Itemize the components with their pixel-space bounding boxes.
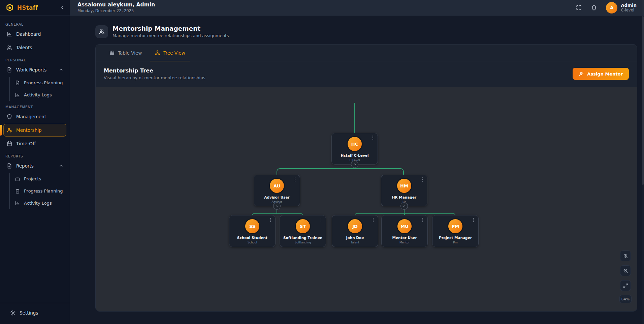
- node-menu-icon[interactable]: [293, 177, 297, 182]
- sidebar-item-reports[interactable]: Reports: [3, 159, 66, 172]
- shield-icon: [6, 114, 12, 120]
- chevron-left-icon[interactable]: [60, 5, 65, 10]
- zoom-out-icon[interactable]: [620, 265, 631, 276]
- node-name: Project Manager: [432, 236, 478, 240]
- collapse-toggle-icon[interactable]: [351, 160, 358, 168]
- node-menu-icon[interactable]: [371, 136, 375, 140]
- tab-label: Tree View: [163, 50, 185, 56]
- sidebar-item-work-reports[interactable]: Work Reports: [3, 63, 66, 76]
- node-role: Talent: [332, 241, 378, 244]
- scrollbar-thumb[interactable]: [642, 16, 644, 185]
- sidebar-item-mentorship[interactable]: Mentorship: [3, 124, 66, 137]
- connector-au-stem: [277, 210, 277, 213]
- node-name: John Doe: [332, 236, 378, 240]
- sidebar-item-label: Mentorship: [16, 127, 42, 133]
- node-avatar: JD: [348, 219, 362, 233]
- node-menu-icon[interactable]: [420, 218, 425, 222]
- scrollbar[interactable]: [642, 0, 644, 324]
- sidebar-item-progress-planning[interactable]: Progress Planning: [12, 77, 67, 89]
- node-avatar: MU: [397, 219, 412, 233]
- tree-node-john-doe[interactable]: JD John Doe Talent: [332, 215, 378, 247]
- page-subtitle: Manage mentor-mentee relationships and a…: [112, 33, 229, 38]
- tab-label: Table View: [118, 50, 142, 56]
- sidebar-item-label: Settings: [20, 310, 38, 316]
- node-avatar: AU: [270, 179, 284, 193]
- node-menu-icon[interactable]: [371, 218, 376, 222]
- gear-icon: [10, 310, 16, 316]
- mentorship-card: Table View Tree View Mentorship Tree Vis…: [95, 44, 637, 312]
- sidebar-item-activity-logs-2[interactable]: Activity Logs: [12, 197, 67, 209]
- section-label: MANAGEMENT: [5, 105, 64, 109]
- sidebar-item-settings[interactable]: Settings: [7, 306, 63, 319]
- user-gear-icon: [6, 127, 12, 133]
- node-menu-icon[interactable]: [319, 218, 323, 222]
- tabbar: Table View Tree View: [96, 45, 637, 61]
- user-name: Admin: [621, 3, 637, 8]
- tree-node-hstaff-c-level[interactable]: HC Hstaff C-Level C Level: [331, 133, 378, 165]
- zoom-in-icon[interactable]: [620, 251, 631, 261]
- tab-table-view[interactable]: Table View: [104, 45, 147, 61]
- node-name: Mentor User: [382, 236, 427, 240]
- file-bar-chart-icon: [6, 163, 12, 169]
- connector-root-stem: [354, 103, 355, 133]
- fullscreen-icon[interactable]: [576, 4, 582, 11]
- node-role: School: [229, 241, 275, 244]
- section-title: Mentorship Tree: [104, 67, 205, 74]
- node-menu-icon[interactable]: [268, 218, 273, 222]
- connector-bracket-root: [277, 168, 404, 175]
- sidebar-item-dashboard[interactable]: Dashboard: [3, 28, 66, 40]
- collapse-toggle-icon[interactable]: [273, 202, 281, 210]
- file-text-icon: [6, 67, 12, 73]
- sidebar: HStaff GENERAL Dashboard Talents PERSONA…: [0, 0, 70, 324]
- date-text: Monday, December 22, 2025: [77, 9, 155, 13]
- node-role: Softlanding: [280, 241, 326, 244]
- tab-tree-view[interactable]: Tree View: [150, 45, 190, 61]
- expand-icon[interactable]: [620, 280, 631, 291]
- bar-chart-icon: [15, 92, 20, 98]
- sidebar-item-label: Work Reports: [16, 67, 46, 72]
- bar-chart-icon: [15, 201, 20, 206]
- sidebar-item-projects[interactable]: Projects: [12, 173, 67, 185]
- tree-node-school-student[interactable]: SS School Student School: [229, 215, 276, 247]
- collapse-toggle-icon[interactable]: [400, 202, 408, 210]
- bar-chart-icon: [6, 31, 12, 37]
- node-menu-icon[interactable]: [420, 177, 425, 182]
- section-header: Mentorship Tree Visual hierarchy of ment…: [96, 61, 637, 87]
- node-role: Mentor: [382, 241, 427, 244]
- greeting-block: Assalomu aleykum, Admin Monday, December…: [77, 2, 155, 13]
- user-role: C-level: [621, 8, 637, 12]
- node-avatar: HM: [397, 179, 411, 193]
- tree-node-project-manager[interactable]: PM Project Manager Pm: [432, 215, 479, 247]
- sidebar-item-progress-planning-2[interactable]: Progress Planning: [12, 185, 67, 197]
- sidebar-item-talents[interactable]: Talents: [3, 41, 66, 54]
- zoom-controls: 64%: [619, 251, 632, 303]
- node-role: Pm: [432, 241, 478, 244]
- sidebar-nav: GENERAL Dashboard Talents PERSONAL Work …: [0, 16, 70, 303]
- node-menu-icon[interactable]: [471, 218, 476, 222]
- greeting-text: Assalomu aleykum, Admin: [77, 2, 155, 8]
- page-title: Mentorship Management: [112, 25, 229, 32]
- page-header: Mentorship Management Manage mentor-ment…: [95, 25, 638, 38]
- bell-icon[interactable]: [591, 4, 597, 11]
- chevron-up-icon: [59, 68, 63, 72]
- sidebar-item-time-off[interactable]: Time-Off: [3, 137, 66, 150]
- avatar: A: [606, 2, 617, 13]
- sidebar-item-label: Reports: [16, 163, 34, 169]
- sidebar-item-activity-logs[interactable]: Activity Logs: [12, 89, 67, 101]
- section-label: GENERAL: [5, 22, 64, 26]
- zoom-level-badge: 64%: [619, 295, 632, 303]
- tree-node-advisor-user[interactable]: AU Advisor User Advisor: [254, 175, 300, 206]
- assign-mentor-button[interactable]: Assign Mentor: [573, 68, 629, 80]
- node-avatar: ST: [296, 219, 310, 233]
- sidebar-item-management[interactable]: Management: [3, 110, 66, 123]
- section-label: REPORTS: [5, 154, 64, 158]
- tree-canvas[interactable]: HC Hstaff C-Level C Level AU Advisor Use…: [96, 87, 637, 311]
- user-plus-icon: [579, 71, 584, 77]
- tree-node-hr-manager[interactable]: HM HR Manager Hr: [381, 175, 427, 206]
- assign-mentor-label: Assign Mentor: [587, 71, 623, 77]
- user-menu[interactable]: A Admin C-level: [606, 2, 637, 13]
- tree-node-mentor-user[interactable]: MU Mentor User Mentor: [381, 215, 428, 247]
- tree-node-softlanding-trainee[interactable]: ST Softlanding Trainee Softlanding: [280, 215, 326, 247]
- hexagon-logo-icon: [5, 3, 14, 12]
- node-name: School Student: [229, 236, 275, 240]
